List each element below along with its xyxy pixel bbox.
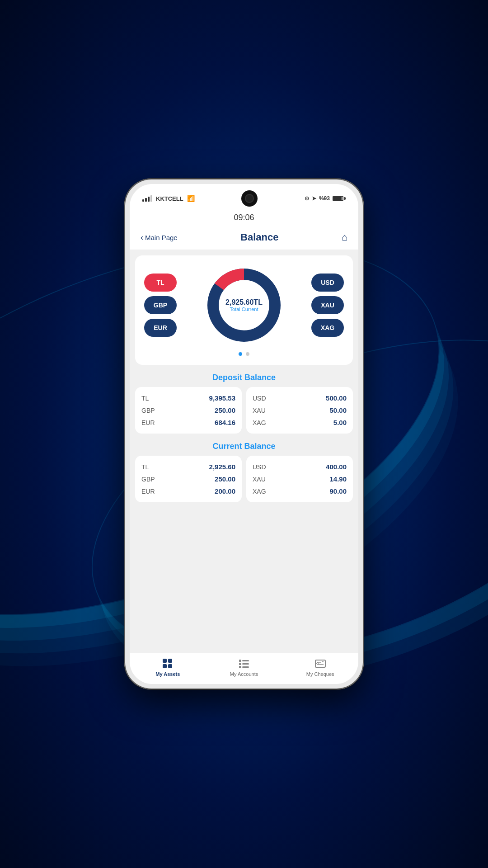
current-xau-amount: 14.90 [329,475,347,483]
deposit-xau-amount: 50.00 [329,406,347,414]
deposit-right-card: USD 500.00 XAU 50.00 XAG 5.00 [246,387,353,434]
current-tl-currency: TL [141,463,149,471]
deposit-xau-currency: XAU [253,407,266,414]
current-xag-amount: 90.00 [329,487,347,495]
chevron-left-icon: ‹ [141,233,143,242]
deposit-xau-row: XAU 50.00 [253,406,347,414]
deposit-gbp-amount: 250.00 [215,406,235,414]
wifi-icon: 📶 [187,195,195,202]
current-usd-row: USD 400.00 [253,463,347,471]
svg-rect-4 [239,660,241,662]
signal-icon [142,195,152,202]
status-bar: KKTCELL 📶 ⊙ ➤ %93 [130,184,358,210]
currency-left-panel: TL GBP EUR [144,274,177,337]
deposit-xag-amount: 5.00 [333,419,347,426]
deposit-balance-cards: TL 9,395.53 GBP 250.00 EUR 684.16 [135,387,353,434]
bottom-nav: My Assets My Accounts [130,653,358,684]
chart-row: TL GBP EUR [144,264,344,346]
svg-rect-1 [168,659,172,663]
status-left: KKTCELL 📶 [142,195,195,202]
deposit-xag-row: XAG 5.00 [253,419,347,426]
deposit-usd-row: USD 500.00 [253,394,347,402]
dot-2 [246,352,249,356]
nav-my-assets-label: My Assets [155,671,180,677]
current-gbp-row: GBP 250.00 [141,475,235,483]
current-usd-amount: 400.00 [326,463,347,471]
deposit-balance-title: Deposit Balance [135,370,353,382]
currency-eur-button[interactable]: EUR [144,319,177,337]
status-right: ⊙ ➤ %93 [305,195,346,202]
currency-xag-button[interactable]: XAG [311,319,344,337]
main-content: TL GBP EUR [130,250,358,653]
current-balance-title: Current Balance [135,439,353,451]
nav-my-cheques-label: My Cheques [306,671,334,677]
deposit-tl-amount: 9,395.53 [209,394,235,402]
phone-screen: KKTCELL 📶 ⊙ ➤ %93 09:06 ‹ Main Page [130,184,358,684]
currency-tl-button[interactable]: TL [144,274,177,292]
svg-rect-10 [315,660,325,667]
current-balance-section: Current Balance TL 2,925.60 GBP 250.00 E… [135,439,353,502]
deposit-tl-currency: TL [141,395,149,402]
donut-chart: 2,925.60TL Total Current [203,264,285,346]
battery-icon [333,196,346,201]
deposit-eur-currency: EUR [141,419,155,426]
page-title: Balance [240,231,278,243]
nav-my-assets[interactable]: My Assets [130,658,206,677]
svg-rect-6 [239,663,241,665]
current-tl-amount: 2,925.60 [209,463,235,471]
deposit-balance-section: Deposit Balance TL 9,395.53 GBP 250.00 E… [135,370,353,434]
clock-time: 09:06 [234,213,254,222]
deposit-eur-row: EUR 684.16 [141,419,235,426]
current-eur-amount: 200.00 [215,487,235,495]
back-button[interactable]: ‹ Main Page [141,233,178,242]
svg-rect-5 [242,660,249,661]
carrier-label: KKTCELL [156,195,183,202]
deposit-usd-amount: 500.00 [326,394,347,402]
chart-section: TL GBP EUR [135,255,353,365]
battery-percent: %93 [319,195,330,202]
current-gbp-amount: 250.00 [215,475,235,483]
currency-xau-button[interactable]: XAU [311,296,344,314]
location-icon: ⊙ [305,195,309,202]
gps-icon: ➤ [312,195,316,202]
current-eur-currency: EUR [141,488,155,495]
deposit-gbp-row: GBP 250.00 [141,406,235,414]
list-icon [238,658,250,670]
back-label: Main Page [145,234,178,241]
current-xag-row: XAG 90.00 [253,487,347,495]
current-gbp-currency: GBP [141,476,155,483]
current-balance-cards: TL 2,925.60 GBP 250.00 EUR 200.00 [135,456,353,502]
app-header: ‹ Main Page Balance ⌂ [130,227,358,250]
svg-rect-9 [242,666,249,668]
page-dots [239,352,249,356]
nav-my-cheques[interactable]: My Cheques [282,658,358,677]
deposit-usd-currency: USD [253,395,266,402]
deposit-gbp-currency: GBP [141,407,155,414]
current-tl-row: TL 2,925.60 [141,463,235,471]
nav-my-accounts[interactable]: My Accounts [206,658,282,677]
donut-amount: 2,925.60TL [225,298,263,307]
svg-rect-8 [239,666,241,668]
current-eur-row: EUR 200.00 [141,487,235,495]
deposit-xag-currency: XAG [253,419,266,426]
current-xau-row: XAU 14.90 [253,475,347,483]
cheque-icon [314,658,326,670]
current-usd-currency: USD [253,463,266,471]
deposit-eur-amount: 684.16 [215,419,235,426]
camera-notch [241,190,258,207]
currency-usd-button[interactable]: USD [311,274,344,292]
currency-gbp-button[interactable]: GBP [144,296,177,314]
home-icon[interactable]: ⌂ [342,231,347,243]
donut-center: 2,925.60TL Total Current [225,298,263,312]
current-right-card: USD 400.00 XAU 14.90 XAG 90.00 [246,456,353,502]
svg-rect-7 [242,663,249,665]
current-xag-currency: XAG [253,488,266,495]
deposit-tl-row: TL 9,395.53 [141,394,235,402]
time-display: 09:06 [130,210,358,227]
svg-rect-0 [163,659,167,663]
current-left-card: TL 2,925.60 GBP 250.00 EUR 200.00 [135,456,242,502]
grid-icon [162,658,174,670]
current-xau-currency: XAU [253,476,266,483]
donut-label: Total Current [225,307,263,312]
currency-right-panel: USD XAU XAG [311,274,344,337]
